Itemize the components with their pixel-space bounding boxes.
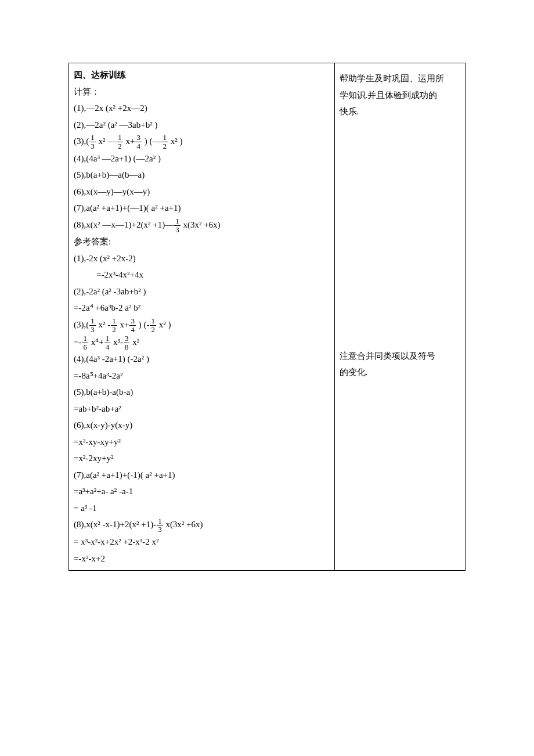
a3-2b: x⁴+	[89, 337, 104, 347]
note-2: 注意合并同类项以及符号 的变化.	[340, 348, 460, 381]
note-1a: 帮助学生及时巩固、运用所	[340, 70, 460, 87]
a3-2c: x³-	[111, 337, 123, 347]
calc-label: 计算：	[74, 84, 330, 100]
content-table: 四、达标训练 计算： (1),—2x (x² +2x—2) (2),—2a² (…	[68, 63, 466, 571]
q8: (8),x(x² —x—1)+2(x² +1)—13 x(3x² +6x)	[74, 217, 330, 234]
a6-3: =x²-2xy+y²	[74, 450, 330, 467]
q3-part-c: x+	[124, 136, 135, 146]
q8-part-a: (8),x(x² —x—1)+2(x² +1)—	[74, 220, 174, 229]
frac-3-8: 38	[124, 334, 130, 351]
a6-2: =x²-xy-xy+y²	[74, 434, 330, 451]
note-1: 帮助学生及时巩固、运用所 学知识.并且体验到成功的 快乐.	[340, 70, 460, 120]
a2-1: (2),-2a² (a² -3ab+b² )	[74, 283, 330, 300]
a3-1e: x² )	[157, 320, 171, 329]
q2: (2),—2a² (a² —3ab+b² )	[74, 117, 330, 134]
a8-1: (8),x(x² -x-1)+2(x² +1)-13 x(3x² +6x)	[74, 516, 330, 534]
a3-2d: x²	[130, 337, 139, 347]
note-2b: 的变化.	[340, 364, 460, 381]
q5: (5),b(a+b)—a(b—a)	[74, 167, 330, 183]
a8-1b: x(3x² +6x)	[164, 520, 203, 529]
frac-1-2: 12	[150, 317, 156, 333]
frac-1-3: 13	[89, 317, 96, 333]
frac-1-4: 14	[104, 334, 111, 351]
frac-1-3: 13	[89, 134, 96, 150]
section-heading: 四、达标训练	[74, 67, 330, 84]
frac-3-4: 34	[129, 317, 136, 333]
a2-2: =-2a⁴ +6a³b-2 a² b²	[74, 300, 330, 316]
frac-1-6: 16	[82, 334, 88, 351]
frac-1-3: 13	[157, 517, 163, 534]
a4-2: =-8a⁵+4a³-2a²	[74, 368, 330, 384]
q3-part-e: x² )	[168, 136, 183, 146]
a3-2a: =-	[74, 337, 81, 347]
a3-2: =-16 x⁴+14 x³-38 x²	[74, 334, 330, 351]
a3-1c: x+	[118, 320, 129, 329]
a3-1b: x² -	[96, 320, 111, 329]
a3-1: (3),(13 x² -12 x+34 ) (-12 x² )	[74, 316, 330, 334]
a8-1a: (8),x(x² -x-1)+2(x² +1)-	[74, 520, 156, 529]
frac-1-2: 12	[117, 134, 123, 150]
frac-3-4: 34	[135, 134, 142, 150]
a4-1: (4),(4a³ -2a+1) (-2a² )	[74, 351, 330, 368]
a8-2: = x³-x²-x+2x² +2-x³-2 x²	[74, 534, 330, 550]
q3-part-a: (3),(	[74, 136, 89, 146]
a1-1: (1),-2x (x² +2x-2)	[74, 250, 330, 267]
a3-1d: ) (-	[136, 320, 150, 329]
frac-1-2: 12	[161, 134, 168, 150]
q6: (6),x(x—y)—y(x—y)	[74, 183, 330, 200]
q3-part-b: x² —	[96, 136, 117, 146]
note-1c: 快乐.	[340, 103, 460, 120]
frac-1-3: 13	[174, 217, 181, 233]
a5-1: (5),b(a+b)-a(b-a)	[74, 384, 330, 401]
q3: (3),(13 x² —12 x+34 ) (—12 x² )	[74, 133, 330, 150]
q7: (7),a(a² +a+1)+(—1)( a² +a+1)	[74, 200, 330, 217]
a7-3: = a³ -1	[74, 500, 330, 517]
a7-2: =a³+a²+a- a² -a-1	[74, 483, 330, 500]
q3-part-d: ) (—	[142, 136, 161, 146]
left-cell: 四、达标训练 计算： (1),—2x (x² +2x—2) (2),—2a² (…	[69, 63, 335, 571]
frac-1-2: 12	[111, 317, 117, 333]
page: 四、达标训练 计算： (1),—2x (x² +2x—2) (2),—2a² (…	[0, 0, 534, 756]
q4: (4),(4a³ —2a+1) (—2a² )	[74, 150, 330, 167]
ans-label: 参考答案:	[74, 233, 330, 250]
note-1b: 学知识.并且体验到成功的	[340, 87, 460, 104]
note-2a: 注意合并同类项以及符号	[340, 348, 460, 365]
a5-2: =ab+b²-ab+a²	[74, 401, 330, 417]
q1: (1),—2x (x² +2x—2)	[74, 100, 330, 117]
q8-part-b: x(3x² +6x)	[181, 220, 221, 229]
a8-3: =-x²-x+2	[74, 550, 330, 567]
a7-1: (7),a(a² +a+1)+(-1)( a² +a+1)	[74, 467, 330, 484]
a6-1: (6),x(x-y)-y(x-y)	[74, 417, 330, 434]
a1-2: =-2x³-4x²+4x	[74, 267, 330, 283]
a3-1a: (3),(	[74, 320, 89, 329]
right-cell: 帮助学生及时巩固、运用所 学知识.并且体验到成功的 快乐. 注意合并同类项以及符…	[334, 63, 465, 571]
